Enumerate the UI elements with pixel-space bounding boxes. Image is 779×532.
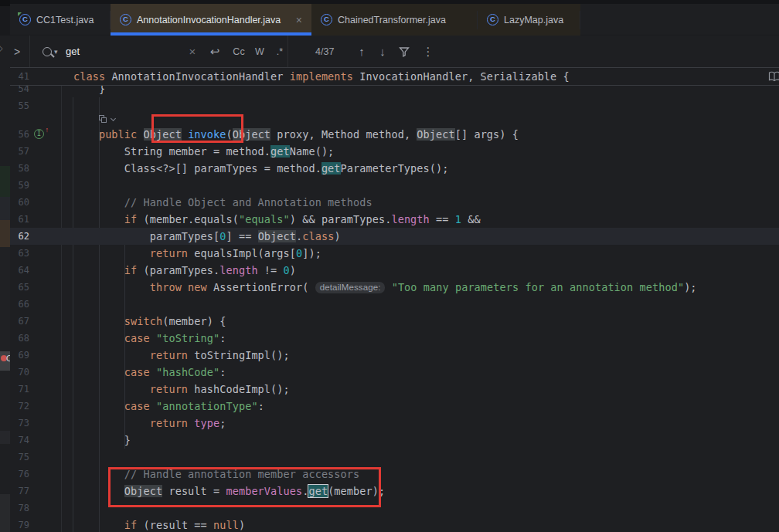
search-icon bbox=[43, 47, 52, 56]
code-text: switch(member) { bbox=[73, 313, 226, 330]
code-line[interactable]: 64 if (paramTypes.length != 0) bbox=[0, 262, 779, 279]
code-line[interactable]: 75 bbox=[0, 449, 779, 466]
code-token: "toString" bbox=[156, 332, 219, 344]
code-line[interactable]: 55 bbox=[0, 97, 779, 114]
code-token: ] == bbox=[226, 230, 257, 242]
arrow-down-icon: ↓ bbox=[379, 45, 386, 58]
filter-button[interactable] bbox=[396, 36, 412, 67]
match-count: 4/37 bbox=[315, 36, 334, 67]
tab-annotationinvocationhandler[interactable]: C AnnotationInvocationHandler.java × bbox=[111, 4, 311, 36]
more-options-button[interactable]: ⋮ bbox=[422, 36, 434, 67]
code-token: (member.equals( bbox=[144, 213, 239, 225]
code-token: : bbox=[219, 366, 226, 378]
code-token: ) bbox=[290, 264, 296, 276]
code-line[interactable]: 60 // Handle Object and Annotation metho… bbox=[0, 194, 779, 211]
bookmark-book-icon[interactable] bbox=[768, 70, 779, 83]
expand-search-button[interactable]: > bbox=[14, 36, 20, 67]
code-text: if (paramTypes.length != 0) bbox=[73, 262, 296, 279]
code-text: public Object invoke(Object proxy, Metho… bbox=[73, 126, 519, 143]
tab-chainedtransformer[interactable]: C ChainedTransformer.java bbox=[311, 4, 478, 36]
titlebar-edge bbox=[0, 0, 779, 4]
line-number: 65 bbox=[10, 279, 29, 296]
code-token: AnnotationInvocationHandler bbox=[111, 70, 289, 83]
code-line[interactable]: 57 String member = method.getName(); bbox=[0, 143, 779, 160]
match-case-toggle[interactable]: Cc bbox=[230, 36, 248, 67]
code-token: String member = method. bbox=[73, 145, 270, 158]
code-token: if bbox=[73, 519, 144, 531]
code-line[interactable]: 61 if (member.equals("equals") && paramT… bbox=[0, 211, 779, 228]
code-token: Class<?>[] paramTypes = method. bbox=[73, 162, 321, 175]
tab-label: ChainedTransformer.java bbox=[338, 15, 446, 25]
code-text: case "hashCode": bbox=[73, 364, 226, 381]
code-editor[interactable]: 54 }5556I↑ public Object invoke(Object p… bbox=[0, 68, 779, 532]
code-vision-row bbox=[0, 114, 779, 126]
code-line[interactable]: 67 switch(member) { bbox=[0, 313, 779, 330]
regex-toggle[interactable]: .* bbox=[271, 36, 288, 67]
overrides-method-gutter-icon[interactable]: I↑ bbox=[34, 129, 44, 139]
kebab-menu-icon: ⋮ bbox=[423, 45, 434, 59]
code-line[interactable]: 59 bbox=[0, 177, 779, 194]
toolbar-divider bbox=[29, 36, 30, 67]
code-line[interactable]: 72 case "annotationType": bbox=[0, 398, 779, 415]
search-input[interactable] bbox=[66, 46, 166, 57]
java-class-icon: C bbox=[487, 14, 498, 25]
code-token: proxy, Method method, bbox=[270, 128, 417, 141]
code-token: Object bbox=[417, 128, 454, 141]
code-text: if (result == null) bbox=[73, 517, 245, 532]
words-toggle[interactable]: W bbox=[252, 36, 267, 67]
find-toolbar: > ▾ × ↩ Cc W .* 4/37 ↑ bbox=[10, 36, 779, 68]
line-number: 55 bbox=[10, 97, 29, 114]
close-icon[interactable]: × bbox=[288, 15, 302, 25]
code-text: return equalsImpl(args[0]); bbox=[73, 245, 321, 262]
tab-divider bbox=[580, 11, 580, 29]
previous-match-button[interactable]: ↑ bbox=[354, 36, 369, 67]
code-line[interactable]: 70 case "hashCode": bbox=[0, 364, 779, 381]
code-token: ParameterTypes(); bbox=[341, 162, 449, 175]
code-token: "hashCode" bbox=[156, 366, 219, 378]
line-number: 67 bbox=[10, 313, 29, 330]
code-token: 1 bbox=[455, 213, 461, 225]
line-number: 76 bbox=[10, 466, 29, 483]
tab-cc1test[interactable]: C CC1Test.java bbox=[10, 4, 111, 36]
annotation-box-invoke bbox=[151, 114, 243, 143]
sticky-line[interactable]: 41 class AnnotationInvocationHandler imp… bbox=[0, 68, 779, 86]
code-text: return type; bbox=[73, 415, 226, 432]
code-token: type bbox=[194, 417, 219, 429]
clear-search-button[interactable]: × bbox=[186, 36, 199, 67]
line-number: 62 bbox=[10, 228, 29, 245]
annotation-box-membervalues-get bbox=[108, 467, 381, 507]
chevron-down-icon bbox=[111, 116, 116, 121]
code-line[interactable]: 69 return toStringImpl(); bbox=[0, 347, 779, 364]
java-class-icon: C bbox=[19, 14, 31, 25]
related-problems-icon[interactable] bbox=[99, 115, 122, 125]
code-token: class bbox=[73, 70, 111, 83]
code-line[interactable]: 79 if (result == null) bbox=[0, 517, 779, 532]
code-line[interactable]: 68 case "toString": bbox=[0, 330, 779, 347]
code-token: // Handle Object and Annotation methods bbox=[73, 196, 372, 208]
code-line[interactable]: 66 bbox=[0, 296, 779, 313]
code-line[interactable]: 56I↑ public Object invoke(Object proxy, … bbox=[0, 126, 779, 143]
newline-icon: ↩ bbox=[210, 45, 220, 59]
code-text: throw new AssertionError( detailMessage:… bbox=[73, 279, 697, 296]
next-match-button[interactable]: ↓ bbox=[375, 36, 390, 67]
chevron-right-icon: > bbox=[14, 46, 20, 58]
code-token: length bbox=[219, 264, 257, 276]
code-line[interactable]: 65 throw new AssertionError( detailMessa… bbox=[0, 279, 779, 296]
code-token: ) && paramTypes. bbox=[290, 213, 392, 225]
code-line[interactable]: 73 return type; bbox=[0, 415, 779, 432]
tab-lazymap[interactable]: C LazyMap.java bbox=[478, 4, 580, 36]
code-line[interactable]: 58 Class<?>[] paramTypes = method.getPar… bbox=[0, 160, 779, 177]
code-line[interactable]: 74 } bbox=[0, 432, 779, 449]
code-line[interactable]: 63 return equalsImpl(args[0]); bbox=[0, 245, 779, 262]
newline-button[interactable]: ↩ bbox=[207, 36, 223, 67]
arrow-up-icon: ↑ bbox=[359, 45, 365, 58]
code-line[interactable]: 71 return hashCodeImpl(); bbox=[0, 381, 779, 398]
code-line[interactable]: 62 paramTypes[0] == Object.class) bbox=[0, 228, 779, 245]
line-number: 70 bbox=[10, 364, 29, 381]
code-token: : bbox=[219, 332, 226, 344]
line-number: 68 bbox=[10, 330, 29, 347]
line-number: 77 bbox=[10, 483, 29, 500]
line-number: 60 bbox=[10, 194, 29, 211]
search-history-button[interactable]: ▾ bbox=[43, 36, 58, 67]
line-number: 73 bbox=[10, 415, 29, 432]
